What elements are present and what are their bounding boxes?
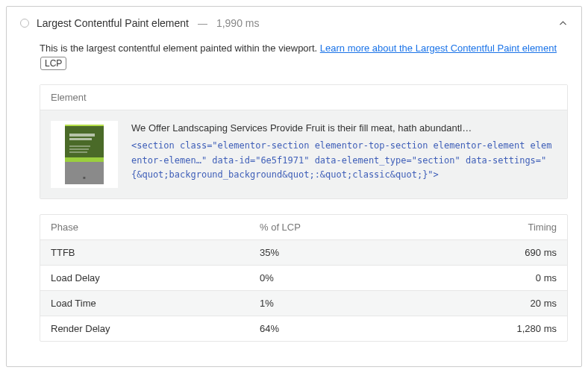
table-row: Load Time 1% 20 ms (40, 290, 567, 316)
element-details-table: Element ■ We Offer Landscaping Services … (40, 84, 568, 199)
phase-cell: Render Delay (51, 323, 260, 334)
col-pct-header: % of LCP (260, 222, 467, 233)
pct-cell: 35% (260, 247, 467, 258)
timing-cell: 690 ms (467, 247, 557, 258)
pct-cell: 0% (260, 272, 467, 283)
element-row[interactable]: ■ We Offer Landscaping Services Provide … (40, 110, 567, 198)
table-row: Load Delay 0% 0 ms (40, 265, 567, 290)
audit-timing: 1,990 ms (216, 17, 260, 29)
timing-cell: 1,280 ms (467, 323, 557, 334)
audit-title: Largest Contentful Paint element (37, 17, 189, 29)
audit-description: This is the largest contentful element p… (20, 41, 568, 71)
chevron-up-icon[interactable] (557, 18, 568, 28)
description-text: This is the largest contentful element p… (40, 43, 320, 54)
status-neutral-icon (20, 19, 29, 28)
title-separator: — (196, 18, 209, 29)
pct-cell: 1% (260, 298, 467, 309)
timing-cell: 20 ms (467, 298, 557, 309)
element-title: We Offer Landscaping Services Provide Fr… (131, 121, 557, 136)
element-thumbnail: ■ (51, 121, 118, 188)
timing-cell: 0 ms (467, 272, 557, 283)
lcp-badge: LCP (40, 57, 66, 70)
table-row: Render Delay 64% 1,280 ms (40, 316, 567, 341)
audit-header[interactable]: Largest Contentful Paint element — 1,990… (20, 17, 568, 29)
phase-breakdown-table: Phase % of LCP Timing TTFB 35% 690 ms Lo… (40, 214, 568, 342)
phase-cell: Load Time (51, 298, 260, 309)
element-table-header: Element (40, 85, 567, 110)
table-row: TTFB 35% 690 ms (40, 239, 567, 265)
element-text-block: We Offer Landscaping Services Provide Fr… (131, 121, 557, 182)
element-source-code: <section class="elementor-section elemen… (131, 139, 557, 182)
col-timing-header: Timing (467, 222, 557, 233)
phase-cell: Load Delay (51, 272, 260, 283)
learn-more-link[interactable]: Learn more about the Largest Contentful … (320, 43, 557, 54)
phase-cell: TTFB (51, 247, 260, 258)
pct-cell: 64% (260, 323, 467, 334)
lcp-audit-card: Largest Contentful Paint element — 1,990… (6, 6, 582, 367)
col-phase-header: Phase (51, 222, 260, 233)
phase-table-header-row: Phase % of LCP Timing (40, 215, 567, 239)
